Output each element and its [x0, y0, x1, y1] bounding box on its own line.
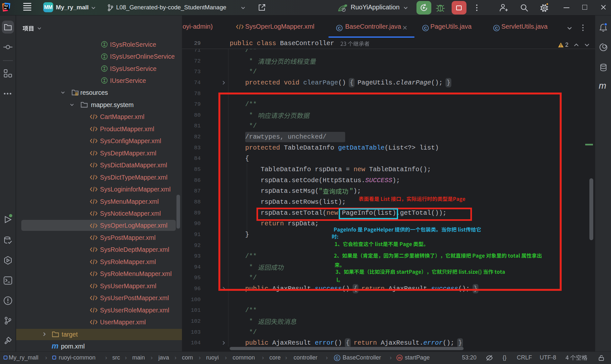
svg-text:C: C: [338, 26, 341, 31]
svg-text:C: C: [424, 26, 427, 31]
svg-text:C: C: [495, 26, 498, 31]
svg-text:C: C: [336, 356, 338, 360]
svg-text:m: m: [398, 356, 401, 360]
